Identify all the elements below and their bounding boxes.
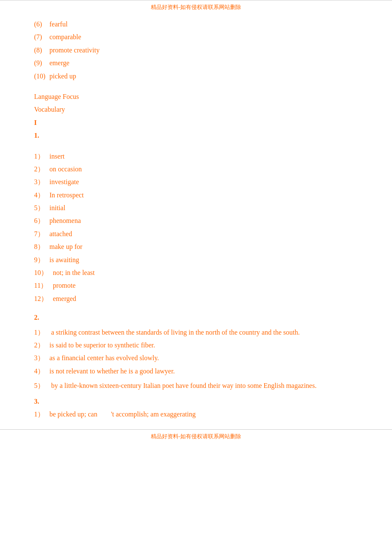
- item-text: phenomena: [49, 217, 81, 224]
- item-text: is not relevant to whether he is a good …: [49, 367, 175, 375]
- item-text: emerge: [49, 59, 69, 66]
- item-num: (10): [34, 70, 48, 83]
- section2-item-5: 5） by a little-known sixteen-century Ita…: [34, 379, 358, 392]
- vocabulary-label: Vocabulary: [34, 103, 358, 116]
- item-num: 4）: [34, 189, 48, 202]
- item-text: insert: [49, 153, 65, 160]
- content-area: (6) fearful (7) comparable (8) promote c…: [0, 18, 392, 421]
- item-num: 12）: [34, 292, 51, 305]
- item-text: emerged: [53, 295, 76, 302]
- list-item: (10) picked up: [34, 70, 358, 83]
- list-item: (7) comparable: [34, 31, 358, 43]
- language-focus-label: Language Focus: [34, 90, 358, 103]
- header-text: 精品好资料-如有侵权请联系网站删除: [151, 4, 241, 10]
- list-item: 6） phenomena: [34, 214, 358, 227]
- item-num: (8): [34, 44, 48, 57]
- vocabulary-list-1: 1） insert 2） on occasion 3） investigate …: [34, 150, 358, 306]
- item-text: promote creativity: [49, 46, 100, 54]
- list-item: 2） on occasion: [34, 163, 358, 176]
- item-text: investigate: [49, 178, 79, 185]
- item-text: is awaiting: [49, 256, 79, 263]
- list-item: 9） is awaiting: [34, 254, 358, 266]
- section2-item-1: 1） a striking contrast between the stand…: [34, 326, 358, 339]
- section2-item-3: 3） as a financial center has evolved slo…: [34, 352, 358, 364]
- item-num: 2）: [34, 163, 48, 176]
- item-num: 1）: [34, 408, 48, 421]
- footer-bar: 精品好资料-如有侵权请联系网站删除: [0, 429, 392, 440]
- item-text: be picked up; can 't accomplish; am exag…: [49, 410, 196, 418]
- item-num: (6): [34, 18, 48, 31]
- item-num: 5）: [34, 202, 48, 214]
- numbered-list-top: (6) fearful (7) comparable (8) promote c…: [34, 18, 358, 83]
- section3-item-1: 1） be picked up; can 't accomplish; am e…: [34, 408, 358, 421]
- section2-item-4: 4） is not relevant to whether he is a go…: [34, 365, 358, 378]
- list-item: 7） attached: [34, 228, 358, 240]
- list-item: 10） not; in the least: [34, 266, 358, 279]
- list-item: 3） investigate: [34, 176, 358, 188]
- item-num: 4）: [34, 365, 48, 378]
- list-item: (6) fearful: [34, 18, 358, 31]
- header-bar: 精品好资料-如有侵权请联系网站删除: [0, 0, 392, 11]
- roman-numeral: I: [34, 116, 358, 129]
- item-text: make up for: [49, 243, 82, 250]
- item-text: attached: [49, 230, 72, 237]
- item-num: 3）: [34, 352, 48, 364]
- list-item: 12） emerged: [34, 292, 358, 305]
- list-item: 1） insert: [34, 150, 358, 163]
- item-text: In retrospect: [49, 191, 84, 199]
- list-item: 5） initial: [34, 202, 358, 214]
- section3-label: 3.: [34, 395, 358, 408]
- item-num: 1） a striking contrast between the stand…: [34, 329, 300, 336]
- item-text: is said to be superior to synthetic fibe…: [49, 341, 155, 349]
- list-item: 11） promote: [34, 279, 358, 292]
- item-num: 8）: [34, 240, 48, 253]
- item-num: 11）: [34, 279, 51, 292]
- item-text: as a financial center has evolved slowly…: [49, 354, 159, 361]
- list-item: (9) emerge: [34, 57, 358, 69]
- item-num: 9）: [34, 254, 48, 266]
- footer-text: 精品好资料-如有侵权请联系网站删除: [151, 433, 241, 439]
- section2-item-2: 2） is said to be superior to synthetic f…: [34, 339, 358, 352]
- list-item: (8) promote creativity: [34, 44, 358, 57]
- item-num: 7）: [34, 228, 48, 240]
- item-num: (9): [34, 57, 48, 69]
- section2: 2. 1） a striking contrast between the st…: [34, 311, 358, 421]
- list-item: 8） make up for: [34, 240, 358, 253]
- item-text: not; in the least: [53, 269, 95, 276]
- item-text: picked up: [49, 72, 76, 80]
- item-text: initial: [49, 204, 65, 211]
- item-text: on occasion: [49, 165, 82, 173]
- item-num: 6）: [34, 214, 48, 227]
- item-num: (7): [34, 31, 48, 43]
- item-num: 10）: [34, 266, 51, 279]
- item-num: 2）: [34, 339, 48, 352]
- item-text: promote: [53, 282, 75, 289]
- item-text: comparable: [49, 33, 81, 40]
- section2-label: 2.: [34, 311, 358, 324]
- section1-label: 1.: [34, 129, 358, 142]
- item-num: 1）: [34, 150, 48, 163]
- item-text: fearful: [49, 20, 68, 28]
- language-focus-section: Language Focus Vocabulary I 1.: [34, 90, 358, 142]
- item-num: 3）: [34, 176, 48, 188]
- list-item: 4） In retrospect: [34, 189, 358, 202]
- item-num: 5） by a little-known sixteen-century Ita…: [34, 382, 317, 389]
